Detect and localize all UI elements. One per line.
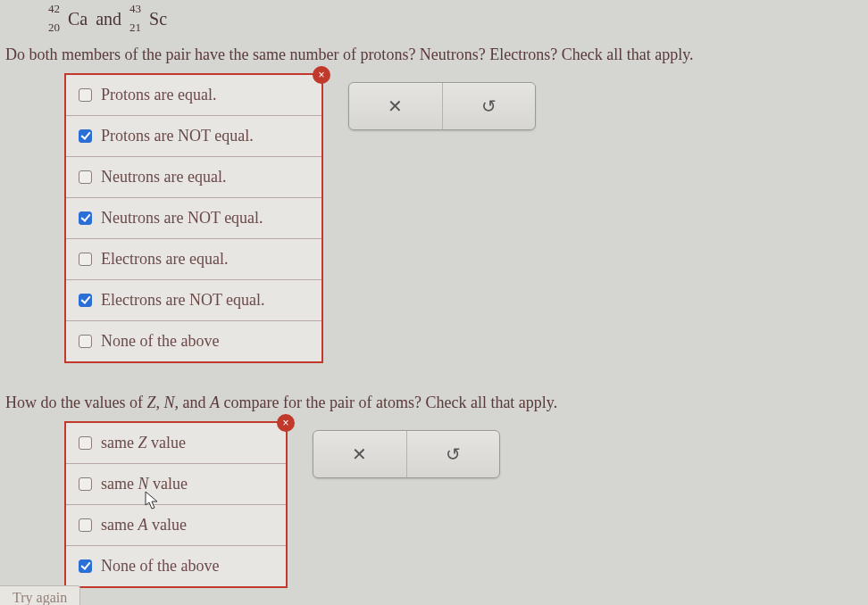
opt-var: Z [138,434,146,452]
question-2-options: × same Z value same N value same A value [64,421,288,588]
nuclide-a: 42 20 Ca [48,9,88,29]
option-protons-equal[interactable]: Protons are equal. [66,75,321,116]
opt-suffix: value [149,475,188,493]
option-label: Neutrons are equal. [101,168,226,186]
option-neutrons-equal[interactable]: Neutrons are equal. [66,157,321,198]
opt-suffix: value [147,516,186,534]
question-2-text: How do the values of Z, N, and A compare… [0,394,868,412]
clear-button[interactable]: ✕ [313,431,407,477]
nuclide-b-mass: 43 [129,2,141,16]
q2-z: Z [146,394,155,411]
close-icon: ✕ [352,443,367,465]
option-label: Electrons are NOT equal. [101,291,265,310]
nuclide-a-symbol: Ca [68,9,88,29]
option-label: Neutrons are NOT equal. [101,209,263,228]
option-label: same Z value [101,434,186,452]
nuclide-pair: 42 20 Ca and 43 21 Sc [0,9,868,29]
incorrect-badge: × [313,66,330,84]
try-again-button[interactable]: Try again [0,585,80,605]
reset-button[interactable]: ↺ [443,83,536,129]
reset-icon: ↺ [481,95,497,117]
q2-suffix: compare for the pair of atoms? Check all… [220,394,557,411]
nuclide-a-mass: 42 [48,2,60,16]
q2-a: A [210,394,220,411]
q2-c2: , and [175,394,211,411]
option-label: same N value [101,475,188,493]
option-protons-not-equal[interactable]: Protons are NOT equal. [66,116,321,157]
opt-var: A [138,516,147,534]
opt-suffix: value [147,434,186,452]
checkbox[interactable] [79,477,92,491]
option-label: Electrons are equal. [101,250,228,269]
nuclide-conj: and [96,9,121,29]
question-1-options: × Protons are equal. Protons are NOT equ… [64,73,323,363]
option-label: Protons are NOT equal. [101,127,254,145]
checkbox[interactable] [79,88,92,102]
option-label: Protons are equal. [101,86,216,104]
incorrect-badge: × [277,414,295,432]
nuclide-a-atomic: 20 [48,21,60,35]
option-same-a[interactable]: same A value [66,505,286,546]
opt-prefix: same [101,475,138,493]
nuclide-b: 43 21 Sc [129,9,167,29]
checkbox[interactable] [79,559,92,573]
reset-button[interactable]: ↺ [407,431,500,477]
toolbar-q2: ✕ ↺ [313,430,500,478]
q2-n: N [163,394,174,411]
checkbox[interactable] [79,129,92,143]
option-neutrons-not-equal[interactable]: Neutrons are NOT equal. [66,198,321,239]
reset-icon: ↺ [446,443,461,465]
option-electrons-not-equal[interactable]: Electrons are NOT equal. [66,280,321,321]
opt-prefix: None of the above [101,557,219,575]
close-icon: ✕ [388,95,403,117]
option-label: None of the above [101,332,219,351]
nuclide-b-atomic: 21 [129,21,141,35]
checkbox[interactable] [79,211,92,225]
question-1-text: Do both members of the pair have the sam… [0,46,868,64]
checkbox[interactable] [79,253,92,266]
opt-prefix: same [101,434,138,452]
option-same-z[interactable]: same Z value [66,423,286,464]
clear-button[interactable]: ✕ [349,83,443,129]
checkbox[interactable] [79,170,92,184]
option-electrons-equal[interactable]: Electrons are equal. [66,239,321,280]
nuclide-b-symbol: Sc [149,9,167,29]
toolbar-q1: ✕ ↺ [348,82,536,130]
q2-prefix: How do the values of [5,394,146,411]
checkbox[interactable] [79,335,92,348]
option-none-above[interactable]: None of the above [66,321,321,361]
option-none-above-2[interactable]: None of the above [66,546,286,586]
opt-var: N [138,475,148,493]
option-label: None of the above [101,557,219,576]
checkbox[interactable] [79,294,92,307]
checkbox[interactable] [79,518,92,532]
option-label: same A value [101,516,187,535]
opt-prefix: same [101,516,138,534]
option-same-n[interactable]: same N value [66,464,286,505]
checkbox[interactable] [79,436,92,450]
